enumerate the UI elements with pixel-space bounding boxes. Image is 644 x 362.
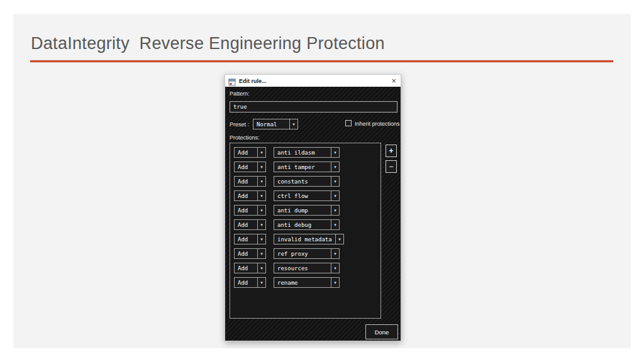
protection-row: Add▾invalid metadata▾ — [234, 234, 380, 244]
chevron-down-icon[interactable]: ▾ — [331, 148, 339, 157]
protection-select[interactable]: ref proxy▾ — [274, 248, 340, 259]
chevron-down-icon[interactable]: ▾ — [331, 162, 339, 172]
action-select[interactable]: Add▾ — [234, 248, 266, 259]
protection-row: Add▾anti debug▾ — [234, 219, 380, 230]
protection-select-value: anti debug — [274, 220, 331, 229]
chevron-down-icon[interactable]: ▾ — [257, 249, 265, 258]
action-select[interactable]: Add▾ — [234, 277, 266, 288]
action-select[interactable]: Add▾ — [234, 147, 266, 158]
protection-select-value: constants — [274, 177, 331, 186]
action-select[interactable]: Add▾ — [234, 219, 266, 230]
action-select-value: Add — [235, 278, 257, 287]
protections-label: Protections: — [230, 134, 260, 141]
dialog-title: Edit rule... — [239, 78, 267, 84]
inherit-protections-label: Inherit protections — [355, 121, 400, 127]
action-select-value: Add — [235, 234, 257, 244]
chevron-down-icon[interactable]: ▾ — [257, 278, 265, 287]
dialog-body: Pattern: Preset : Normal ▾ Inherit prote… — [225, 87, 401, 341]
action-select-value: Add — [235, 249, 257, 258]
action-select-value: Add — [235, 191, 257, 200]
chevron-down-icon[interactable]: ▾ — [331, 191, 339, 200]
action-select-value: Add — [235, 220, 257, 229]
chevron-down-icon[interactable]: ▾ — [331, 249, 339, 258]
protection-select-value: anti tamper — [274, 162, 331, 172]
action-select[interactable]: Add▾ — [234, 190, 266, 201]
pattern-label: Pattern: — [230, 90, 250, 97]
action-select-value: Add — [235, 162, 257, 172]
chevron-down-icon[interactable]: ▾ — [289, 119, 297, 129]
protection-select[interactable]: invalid metadata▾ — [274, 234, 344, 244]
protection-select[interactable]: anti ildasm▾ — [274, 147, 340, 158]
chevron-down-icon[interactable]: ▾ — [331, 177, 339, 186]
chevron-down-icon[interactable]: ▾ — [257, 148, 265, 157]
action-select-value: Add — [235, 206, 257, 215]
protection-select-value: ref proxy — [274, 249, 331, 258]
protection-select[interactable]: anti dump▾ — [274, 205, 340, 216]
protection-row: Add▾anti tamper▾ — [234, 162, 380, 172]
chevron-down-icon[interactable]: ▾ — [335, 234, 343, 244]
protection-row: Add▾constants▾ — [234, 176, 380, 187]
action-select-value: Add — [235, 263, 257, 273]
preset-value: Normal — [253, 119, 289, 129]
chevron-down-icon[interactable]: ▾ — [331, 206, 339, 215]
protection-select[interactable]: anti tamper▾ — [274, 162, 340, 172]
title-underline — [30, 60, 613, 62]
protection-row: Add▾resources▾ — [234, 263, 380, 273]
chevron-down-icon[interactable]: ▾ — [331, 263, 339, 273]
protection-select[interactable]: rename▾ — [274, 277, 340, 288]
action-select[interactable]: Add▾ — [234, 162, 266, 172]
close-icon[interactable]: × — [390, 77, 397, 85]
slide: DataIntegrity Reverse Engineering Protec… — [13, 14, 631, 348]
protection-select-value: resources — [274, 263, 331, 273]
chevron-down-icon[interactable]: ▾ — [257, 220, 265, 229]
protection-select[interactable]: constants▾ — [274, 176, 340, 187]
preset-label: Preset : — [230, 121, 249, 128]
protection-select[interactable]: ctrl flow▾ — [274, 190, 340, 201]
chevron-down-icon[interactable]: ▾ — [257, 234, 265, 244]
protections-list: Add▾anti ildasm▾Add▾anti tamper▾Add▾cons… — [230, 143, 381, 319]
protection-row: Add▾ref proxy▾ — [234, 248, 380, 259]
done-button[interactable]: Done — [365, 324, 398, 339]
chevron-down-icon[interactable]: ▾ — [257, 263, 265, 273]
protection-select-value: anti dump — [274, 206, 331, 215]
form-window-icon — [228, 77, 236, 85]
pattern-input[interactable] — [230, 101, 397, 112]
action-select[interactable]: Add▾ — [234, 234, 266, 244]
page-title: DataIntegrity Reverse Engineering Protec… — [31, 34, 385, 53]
preset-select[interactable]: Normal ▾ — [253, 119, 298, 129]
chevron-down-icon[interactable]: ▾ — [257, 177, 265, 186]
protection-select-value: rename — [274, 278, 331, 287]
protection-select-value: ctrl flow — [274, 191, 331, 200]
chevron-down-icon[interactable]: ▾ — [257, 191, 265, 200]
action-select[interactable]: Add▾ — [234, 205, 266, 216]
inherit-protections-checkbox[interactable] — [345, 120, 352, 126]
remove-protection-button[interactable]: − — [386, 160, 397, 173]
protection-select-value: anti ildasm — [274, 148, 331, 157]
add-protection-button[interactable]: + — [386, 145, 397, 157]
chevron-down-icon[interactable]: ▾ — [257, 162, 265, 172]
action-select[interactable]: Add▾ — [234, 263, 266, 273]
protection-row: Add▾rename▾ — [234, 277, 380, 288]
protection-select-value: invalid metadata — [274, 234, 335, 244]
edit-rule-dialog: Edit rule... × Pattern: Preset : Normal … — [225, 74, 401, 341]
dialog-titlebar[interactable]: Edit rule... × — [225, 75, 401, 87]
protection-row: Add▾ctrl flow▾ — [234, 190, 380, 201]
action-select-value: Add — [235, 148, 257, 157]
chevron-down-icon[interactable]: ▾ — [331, 278, 339, 287]
action-select-value: Add — [235, 177, 257, 186]
chevron-down-icon[interactable]: ▾ — [257, 206, 265, 215]
protection-row: Add▾anti dump▾ — [234, 205, 380, 216]
action-select[interactable]: Add▾ — [234, 176, 266, 187]
protection-select[interactable]: anti debug▾ — [274, 219, 340, 230]
protection-select[interactable]: resources▾ — [274, 263, 340, 273]
chevron-down-icon[interactable]: ▾ — [331, 220, 339, 229]
protection-row: Add▾anti ildasm▾ — [234, 147, 380, 158]
